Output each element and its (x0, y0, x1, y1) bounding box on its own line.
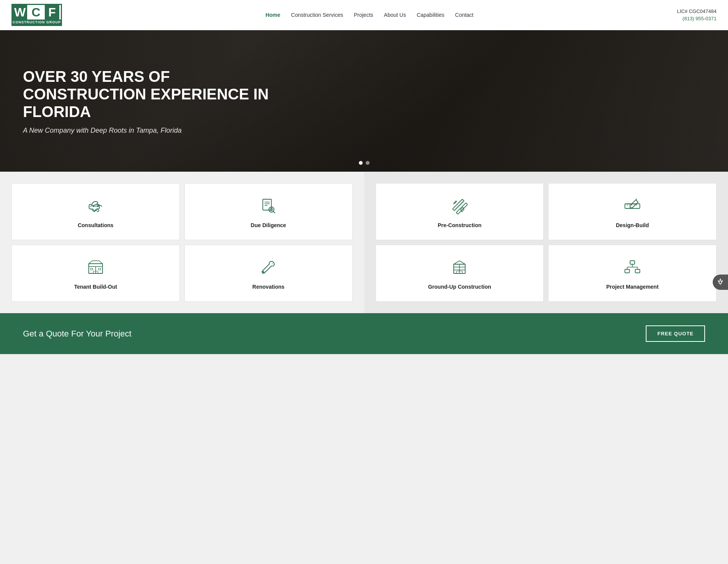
renovations-label: Renovations (252, 284, 285, 290)
nav-item-capabilities[interactable]: Capabilities (417, 12, 444, 18)
nav-item-projects[interactable]: Projects (354, 12, 373, 18)
consultations-label: Consultations (78, 222, 113, 228)
license-number: LIC# CGC047484 (677, 8, 717, 15)
nav-item-home[interactable]: Home (265, 12, 280, 18)
project-management-label: Project Management (606, 284, 659, 290)
svg-rect-40 (635, 270, 640, 273)
svg-rect-38 (630, 261, 635, 264)
ground-up-construction-label: Ground-Up Construction (428, 284, 491, 290)
logo-box: W C F CONSTRUCTION GROUP (11, 4, 62, 26)
main-nav: Home Construction Services Projects Abou… (265, 12, 474, 18)
service-card-pre-construction[interactable]: Pre-Construction (376, 183, 544, 240)
service-card-ground-up-construction[interactable]: Ground-Up Construction (376, 245, 544, 302)
phone-number: (813) 955-0371 (677, 15, 717, 23)
svg-rect-2 (263, 199, 272, 210)
design-build-icon (623, 197, 642, 222)
svg-rect-39 (625, 270, 630, 273)
service-card-tenant-build-out[interactable]: Tenant Build-Out (11, 245, 180, 302)
tenant-build-out-label: Tenant Build-Out (74, 284, 117, 290)
hero-dots (359, 161, 370, 165)
svg-line-30 (636, 199, 637, 200)
cta-banner: Get a Quote For Your Project FREE QUOTE (0, 313, 728, 354)
nav-item-construction-services[interactable]: Construction Services (291, 12, 343, 18)
hero-dot-2[interactable] (366, 161, 370, 165)
svg-point-18 (262, 271, 264, 273)
design-build-label: Design-Build (616, 222, 649, 228)
logo-letter-f: F (45, 5, 59, 20)
service-card-project-management[interactable]: Project Management (548, 245, 717, 302)
accessibility-icon (716, 278, 725, 286)
pre-construction-label: Pre-Construction (438, 222, 481, 228)
contact-info: LIC# CGC047484 (813) 955-0371 (677, 8, 717, 23)
service-card-renovations[interactable]: Renovations (184, 245, 353, 302)
free-quote-button[interactable]: FREE QUOTE (646, 325, 705, 342)
cta-text: Get a Quote For Your Project (23, 329, 132, 339)
hero-dot-1[interactable] (359, 161, 363, 165)
services-section: Consultations Due Diligence (0, 172, 728, 313)
svg-line-19 (272, 264, 273, 265)
nav-item-about-us[interactable]: About Us (384, 12, 406, 18)
due-diligence-icon (259, 197, 278, 222)
logo-subtitle: CONSTRUCTION GROUP (13, 20, 61, 25)
hero-heading: OVER 30 YEARS OF CONSTRUCTION EXPERIENCE… (23, 68, 291, 120)
svg-point-45 (720, 278, 721, 280)
svg-point-1 (97, 205, 99, 207)
due-diligence-label: Due Diligence (251, 222, 286, 228)
accessibility-button[interactable] (713, 275, 728, 290)
tenant-build-out-icon (86, 258, 105, 284)
hero-subheading: A New Company with Deep Roots in Tampa, … (23, 127, 291, 135)
service-card-due-diligence[interactable]: Due Diligence (184, 183, 353, 240)
svg-line-36 (454, 261, 459, 264)
services-grid-right: Pre-Construction Des (376, 183, 717, 302)
logo[interactable]: W C F CONSTRUCTION GROUP (11, 4, 62, 26)
svg-line-15 (89, 261, 92, 264)
project-management-icon (623, 258, 642, 284)
service-card-consultations[interactable]: Consultations (11, 183, 180, 240)
services-left: Consultations Due Diligence (0, 172, 364, 313)
logo-letter-w: W (13, 5, 27, 20)
logo-letter-c: C (29, 5, 43, 20)
hero-content: OVER 30 YEARS OF CONSTRUCTION EXPERIENCE… (23, 68, 291, 135)
services-right: Pre-Construction Des (364, 172, 728, 313)
pre-construction-icon (450, 197, 469, 222)
consultations-icon (86, 197, 105, 222)
nav-item-contact[interactable]: Contact (455, 12, 474, 18)
svg-line-37 (459, 261, 465, 264)
services-grid-left: Consultations Due Diligence (11, 183, 353, 302)
svg-line-7 (273, 211, 275, 213)
svg-line-16 (99, 261, 103, 264)
hero-section: OVER 30 YEARS OF CONSTRUCTION EXPERIENCE… (0, 30, 728, 172)
svg-rect-13 (98, 268, 101, 270)
ground-up-construction-icon (450, 258, 469, 284)
svg-rect-12 (90, 268, 93, 270)
renovations-icon (259, 258, 278, 284)
header: W C F CONSTRUCTION GROUP Home Constructi… (0, 0, 728, 30)
service-card-design-build[interactable]: Design-Build (548, 183, 717, 240)
